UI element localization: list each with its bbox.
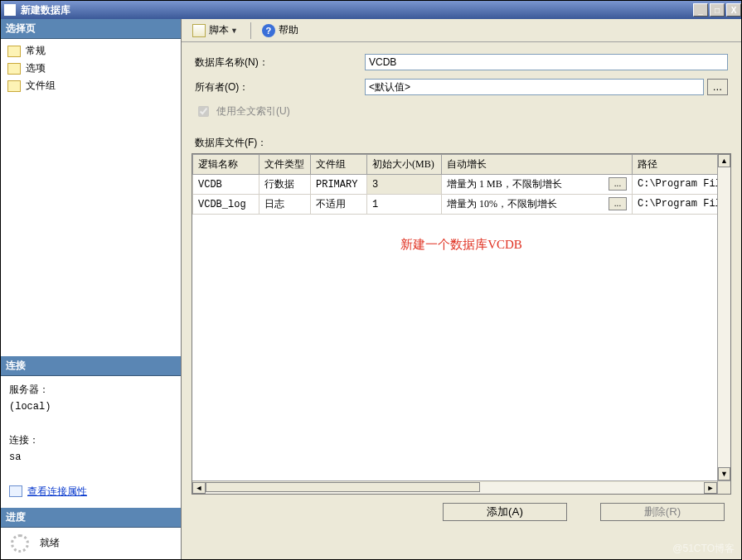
page-icon [7, 80, 21, 92]
cell-autogrow-text: 增量为 1 MB，不限制增长 [447, 178, 562, 190]
sidebar-item-general[interactable]: 常规 [1, 42, 181, 60]
th-autogrow[interactable]: 自动增长 [442, 155, 633, 175]
dbname-input[interactable] [365, 54, 728, 70]
file-table[interactable]: 逻辑名称 文件类型 文件组 初始大小(MB) 自动增长 路径 VCDB 行数据 [192, 154, 731, 215]
th-filegroup[interactable]: 文件组 [311, 155, 367, 175]
server-value: (local) [9, 398, 172, 415]
table-row[interactable]: VCDB 行数据 PRIMARY 3 增量为 1 MB，不限制增长 ... ..… [193, 175, 732, 195]
cell-filegroup[interactable]: 不适用 [311, 195, 367, 215]
cell-logical[interactable]: VCDB_log [193, 195, 259, 215]
script-button[interactable]: 脚本 ▼ [187, 21, 245, 40]
maximize-button[interactable]: □ [710, 3, 725, 17]
progress-spinner-icon [11, 534, 29, 553]
toolbar-separator [250, 22, 251, 39]
page-icon [7, 63, 21, 75]
file-table-container: 逻辑名称 文件类型 文件组 初始大小(MB) 自动增长 路径 VCDB 行数据 [192, 153, 731, 495]
chevron-down-icon[interactable]: ▼ [229, 27, 240, 35]
scroll-thumb[interactable] [206, 482, 480, 492]
sidebar-header-connection: 连接 [1, 356, 181, 376]
cell-initsize[interactable]: 1 [367, 195, 442, 215]
annotation-text: 新建一个数据库VCDB [192, 237, 730, 253]
close-button[interactable]: X [726, 3, 741, 17]
scroll-up-icon[interactable]: ▲ [718, 154, 730, 167]
sidebar-header-progress: 进度 [1, 508, 181, 528]
window-title: 新建数据库 [21, 3, 70, 17]
remove-button: 删除(R) [600, 503, 725, 521]
cell-autogrow[interactable]: 增量为 10%，不限制增长 ... [442, 195, 633, 215]
sidebar-item-label: 常规 [26, 44, 46, 58]
progress-box: 就绪 [1, 528, 181, 559]
scroll-down-icon[interactable]: ▼ [718, 467, 730, 480]
help-icon: ? [262, 24, 275, 37]
cell-filetype[interactable]: 日志 [259, 195, 311, 215]
fulltext-label: 使用全文索引(U) [216, 104, 290, 118]
th-filetype[interactable]: 文件类型 [259, 155, 311, 175]
owner-browse-button[interactable]: ... [707, 79, 728, 95]
autogrow-browse-button[interactable]: ... [609, 197, 627, 210]
table-row[interactable]: VCDB_log 日志 不适用 1 增量为 10%，不限制增长 ... ... … [193, 195, 732, 215]
script-label: 脚本 [209, 23, 229, 37]
main-panel: 脚本 ▼ ? 帮助 数据库名称(N)： 所有者(O)： [182, 19, 741, 559]
title-bar: 新建数据库 _ □ X [1, 1, 741, 19]
th-logical[interactable]: 逻辑名称 [193, 155, 259, 175]
progress-status: 就绪 [40, 537, 60, 548]
help-button[interactable]: ? 帮助 [256, 21, 304, 40]
dbname-label: 数据库名称(N)： [195, 56, 365, 70]
scroll-left-icon[interactable]: ◄ [192, 482, 206, 494]
sidebar-item-options[interactable]: 选项 [1, 60, 181, 77]
table-header-row: 逻辑名称 文件类型 文件组 初始大小(MB) 自动增长 路径 [193, 155, 732, 175]
help-label: 帮助 [279, 23, 298, 37]
owner-label: 所有者(O)： [195, 80, 365, 94]
filetable-caption: 数据库文件(F)： [182, 136, 741, 153]
cell-initsize[interactable]: 3 [367, 175, 442, 195]
cell-autogrow-text: 增量为 10%，不限制增长 [447, 198, 557, 210]
sidebar: 选择页 常规 选项 文件组 连接 服务器： (local) [1, 19, 182, 559]
toolbar: 脚本 ▼ ? 帮助 [182, 19, 741, 42]
scroll-right-icon[interactable]: ► [704, 482, 717, 494]
connection-label: 连接： [9, 432, 172, 448]
connection-info: 服务器： (local) 连接： sa 查看连接属性 [1, 376, 181, 508]
server-label: 服务器： [9, 381, 172, 398]
sidebar-item-label: 文件组 [26, 79, 56, 93]
fulltext-checkbox [198, 106, 209, 117]
minimize-button[interactable]: _ [693, 3, 708, 17]
app-icon [4, 4, 16, 16]
sidebar-header-select: 选择页 [1, 19, 181, 39]
cell-logical[interactable]: VCDB [193, 175, 259, 195]
horizontal-scrollbar[interactable]: ◄ ► [192, 480, 717, 494]
autogrow-browse-button[interactable]: ... [609, 177, 627, 191]
sidebar-item-filegroups[interactable]: 文件组 [1, 77, 181, 94]
connection-props-icon [9, 485, 22, 497]
cell-filegroup[interactable]: PRIMARY [311, 175, 367, 195]
owner-input[interactable] [365, 79, 704, 95]
sidebar-item-label: 选项 [26, 61, 46, 75]
page-icon [7, 46, 21, 57]
add-button[interactable]: 添加(A) [443, 503, 567, 521]
cell-filetype[interactable]: 行数据 [259, 175, 311, 195]
th-initsize[interactable]: 初始大小(MB) [367, 155, 442, 175]
script-icon [192, 24, 206, 37]
view-connection-props-link[interactable]: 查看连接属性 [27, 483, 87, 500]
connection-value: sa [9, 449, 172, 466]
cell-autogrow[interactable]: 增量为 1 MB，不限制增长 ... [442, 175, 633, 195]
vertical-scrollbar[interactable]: ▲ ▼ [717, 154, 730, 480]
scroll-corner [717, 480, 730, 494]
